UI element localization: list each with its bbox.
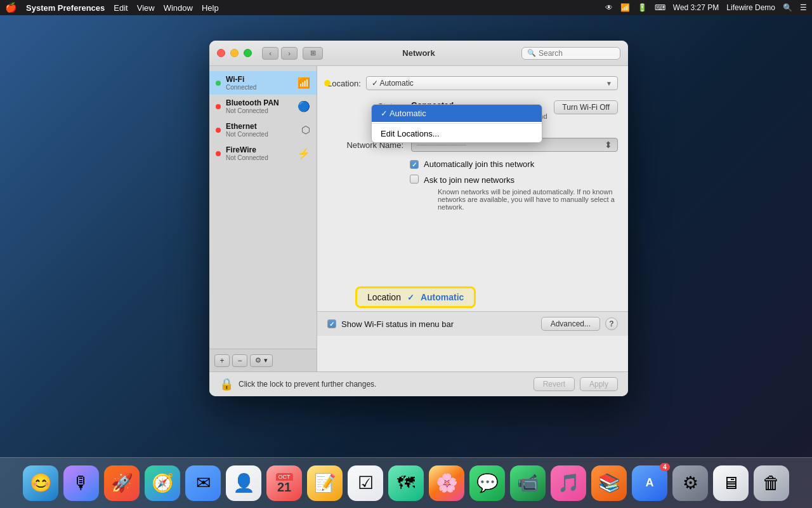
gear-menu-button[interactable]: ⚙ ▾	[250, 354, 273, 367]
auto-join-checkbox[interactable]: ✓	[410, 160, 419, 169]
callout-checkmark: ✓	[407, 293, 414, 302]
keyboard-icon: ⌨	[655, 3, 665, 12]
content-area: Location: ✓ Automatic ▼ Status: Connecte…	[317, 66, 628, 371]
show-wifi-row: ✓ Show Wi-Fi status in menu bar	[327, 319, 454, 329]
bluetooth-name: Bluetooth PAN	[226, 98, 292, 107]
revert-button[interactable]: Revert	[534, 377, 575, 391]
dock-item-itunes[interactable]: 🎵	[551, 465, 586, 501]
dock-item-finder2[interactable]: 🖥	[713, 465, 749, 501]
auto-join-label: Automatically join this network	[424, 159, 534, 169]
turn-wifi-off-button[interactable]: Turn Wi-Fi Off	[554, 100, 618, 114]
grid-view-button[interactable]: ⊞	[303, 47, 323, 60]
sidebar-item-ethernet[interactable]: Ethernet Not Connected ⬡	[209, 118, 317, 142]
location-dropdown-menu[interactable]: ✓ Automatic Edit Locations...	[371, 104, 542, 143]
window-main: Wi-Fi Connected 📶 Bluetooth PAN Not Conn…	[209, 66, 628, 371]
stepper-icon[interactable]: ⬍	[605, 140, 612, 150]
close-button[interactable]	[217, 49, 225, 57]
window-controls	[217, 49, 252, 57]
wifi-menubar-icon[interactable]: 📶	[620, 3, 630, 12]
advanced-button[interactable]: Advanced...	[541, 317, 600, 331]
appstore-badge: 4	[660, 463, 670, 471]
dropdown-separator	[372, 123, 542, 124]
search-box[interactable]: 🔍	[521, 47, 620, 60]
dock-item-notes[interactable]: 📝	[307, 465, 343, 501]
location-dropdown[interactable]: ✓ Automatic ▼	[366, 76, 618, 90]
dock-item-appstore[interactable]: A 4	[632, 465, 667, 501]
firewire-info: FireWire Not Connected	[226, 145, 292, 161]
dock-item-siri[interactable]: 🎙	[63, 465, 99, 501]
dock-item-contacts[interactable]: 👤	[226, 465, 261, 501]
menu-edit[interactable]: Edit	[114, 3, 128, 13]
app-name[interactable]: System Preferences	[26, 3, 105, 13]
dock-item-photos[interactable]: 🌸	[429, 465, 464, 501]
dock-item-mail[interactable]: ✉	[185, 465, 221, 501]
screentime-icon: 👁	[605, 3, 613, 12]
dock-item-systemprefs[interactable]: ⚙	[672, 465, 708, 501]
bottom-bar: ✓ Show Wi-Fi status in menu bar Advanced…	[317, 311, 628, 336]
ask-join-checkbox[interactable]	[410, 175, 419, 184]
callout-value: Automatic	[421, 292, 464, 302]
add-network-button[interactable]: +	[214, 354, 230, 367]
sidebar-item-firewire[interactable]: FireWire Not Connected ⚡	[209, 142, 317, 165]
notificationcenter-icon[interactable]: ☰	[800, 3, 807, 12]
battery-icon: 🔋	[638, 3, 647, 12]
dock-item-messages[interactable]: 💬	[469, 465, 505, 501]
menu-window[interactable]: Window	[164, 3, 193, 13]
dock-item-launchpad[interactable]: 🚀	[104, 465, 140, 501]
firewire-status-dot	[216, 151, 221, 156]
dock: 😊 🎙 🚀 🧭 ✉ 👤 OCT 21 📝 ☑ 🗺 🌸 💬 📹 🎵 📚 A 4 ⚙…	[0, 457, 812, 508]
menubar: 🍎 System Preferences Edit View Window He…	[0, 0, 812, 15]
wifi-name: Wi-Fi	[226, 75, 292, 84]
dock-item-books[interactable]: 📚	[591, 465, 627, 501]
dock-item-trash[interactable]: 🗑	[754, 465, 789, 501]
user-display: Lifewire Demo	[726, 3, 775, 12]
dock-item-reminders[interactable]: ☑	[348, 465, 383, 501]
maximize-button[interactable]	[244, 49, 252, 57]
dock-item-maps[interactable]: 🗺	[388, 465, 424, 501]
back-button[interactable]: ‹	[262, 47, 278, 60]
show-wifi-checkmark: ✓	[329, 321, 334, 328]
location-value: ✓ Automatic	[372, 79, 414, 88]
apple-menu[interactable]: 🍎	[5, 2, 17, 13]
bluetooth-status: Not Connected	[226, 107, 292, 114]
sidebar-item-bluetooth[interactable]: Bluetooth PAN Not Connected 🔵	[209, 95, 317, 118]
sidebar-item-wifi[interactable]: Wi-Fi Connected 📶	[209, 71, 317, 95]
bottom-right: Advanced... ?	[541, 317, 618, 331]
apply-button[interactable]: Apply	[580, 377, 618, 391]
lock-bar: 🔒 Click the lock to prevent further chan…	[209, 371, 628, 396]
sidebar: Wi-Fi Connected 📶 Bluetooth PAN Not Conn…	[209, 66, 317, 371]
remove-network-button[interactable]: −	[232, 354, 247, 367]
show-wifi-checkbox[interactable]: ✓	[327, 319, 336, 328]
window-title: Network	[402, 48, 435, 58]
network-window: ‹ › ⊞ Network 🔍	[209, 41, 628, 396]
location-label: Location:	[327, 79, 361, 88]
wifi-icon: 📶	[298, 77, 310, 89]
dock-item-safari[interactable]: 🧭	[145, 465, 180, 501]
menu-view[interactable]: View	[137, 3, 155, 13]
callout-highlight: Location ✓ Automatic	[355, 286, 476, 308]
bluetooth-info: Bluetooth PAN Not Connected	[226, 98, 292, 114]
firewire-status: Not Connected	[226, 154, 292, 161]
checkmark-icon: ✓	[412, 161, 417, 168]
menu-help[interactable]: Help	[202, 3, 219, 13]
search-icon: 🔍	[527, 49, 536, 57]
show-wifi-label: Show Wi-Fi status in menu bar	[341, 319, 454, 329]
auto-join-row: ✓ Automatically join this network	[327, 159, 618, 169]
location-option-edit[interactable]: Edit Locations...	[372, 125, 542, 142]
lock-icon[interactable]: 🔒	[219, 377, 233, 391]
window-titlebar: ‹ › ⊞ Network 🔍	[209, 41, 628, 66]
search-input[interactable]	[539, 49, 615, 58]
chevron-down-icon: ▼	[606, 80, 612, 87]
spotlight-icon[interactable]: 🔍	[783, 3, 792, 12]
minimize-button[interactable]	[230, 49, 239, 57]
dock-item-facetime[interactable]: 📹	[510, 465, 546, 501]
location-option-automatic[interactable]: ✓ Automatic	[372, 105, 542, 122]
dock-item-calendar[interactable]: OCT 21	[266, 465, 302, 501]
help-button[interactable]: ?	[605, 318, 618, 330]
ask-join-row: Ask to join new networks Known networks …	[327, 174, 618, 211]
ethernet-info: Ethernet Not Connected	[226, 122, 296, 138]
location-bar: Location: ✓ Automatic ▼	[327, 76, 618, 90]
forward-button[interactable]: ›	[281, 47, 298, 60]
location-indicator	[324, 80, 331, 86]
dock-item-finder[interactable]: 😊	[23, 465, 58, 501]
